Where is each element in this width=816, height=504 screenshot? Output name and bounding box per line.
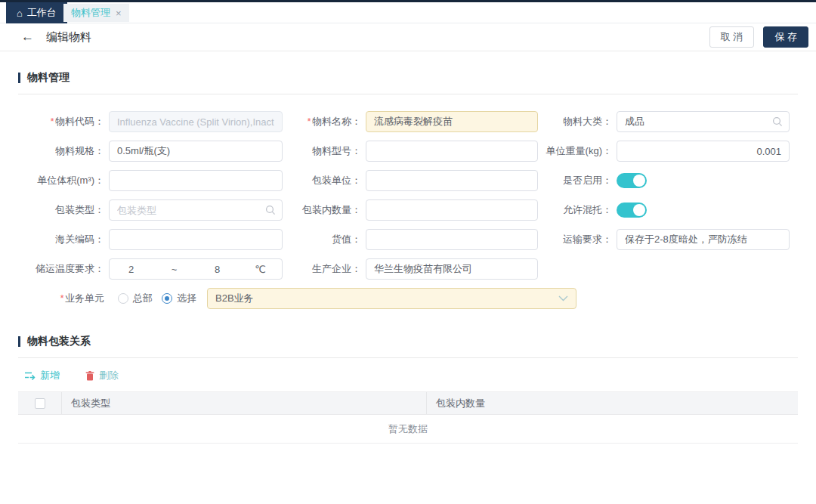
manufacturer-input[interactable] <box>366 258 538 280</box>
page-title: 编辑物料 <box>46 30 91 45</box>
required-asterisk: * <box>307 116 311 127</box>
enabled-toggle[interactable] <box>617 173 647 188</box>
temp-max-value[interactable]: 8 <box>196 264 239 275</box>
temp-unit: ℃ <box>239 264 282 275</box>
customs-code-label: 海关编码： <box>18 233 109 246</box>
chevron-down-icon <box>558 295 568 301</box>
pack-qty-input[interactable] <box>366 199 538 221</box>
section-packaging-label: 物料包装关系 <box>27 335 91 348</box>
business-unit-label: *业务单元 <box>18 292 109 305</box>
col-pack-type: 包装类型 <box>62 397 426 410</box>
unit-volume-label: 单位体积(m³)： <box>18 174 109 187</box>
goods-value-input[interactable] <box>366 229 538 250</box>
required-asterisk: * <box>60 292 63 304</box>
material-category-input[interactable] <box>617 111 790 132</box>
search-icon[interactable] <box>772 116 783 127</box>
page-header: ← 编辑物料 取 消 保 存 <box>0 23 816 51</box>
radio-headquarters[interactable]: 总部 <box>118 292 153 305</box>
tab-material-label: 物料管理 <box>71 6 110 20</box>
customs-code-input[interactable] <box>109 229 283 250</box>
divider <box>18 94 798 94</box>
material-name-input[interactable] <box>366 111 538 132</box>
radio-select[interactable]: 选择 <box>162 292 196 305</box>
form-row-2: 物料规格： 物料型号： 单位重量(kg)： <box>18 141 798 162</box>
form-row-1: *物料代码： *物料名称： 物料大类： <box>18 111 798 132</box>
material-spec-input[interactable] <box>109 141 283 162</box>
business-unit-value: B2B业务 <box>215 292 254 305</box>
allow-mix-label: 允许混托： <box>538 203 617 217</box>
material-category-label: 物料大类： <box>538 115 617 128</box>
tab-material-management[interactable]: 物料管理 × <box>63 4 129 22</box>
trash-icon <box>85 371 94 381</box>
add-row-label: 新增 <box>40 369 60 382</box>
search-icon[interactable] <box>265 205 276 215</box>
unit-weight-input[interactable] <box>617 141 790 162</box>
pack-type-label: 包装类型： <box>18 203 109 217</box>
form-row-4: 包装类型： 包装内数量： 允许混托： <box>18 199 798 221</box>
section-packaging-title: 物料包装关系 <box>18 335 798 348</box>
material-model-input[interactable] <box>366 141 538 162</box>
col-pack-qty: 包装内数量 <box>426 392 798 414</box>
section-material-label: 物料管理 <box>27 71 70 85</box>
table-empty-state: 暂无数据 <box>18 415 798 444</box>
tab-bar: ⌂ 工作台 物料管理 × <box>0 0 816 23</box>
manufacturer-label: 生产企业： <box>283 262 366 276</box>
packaging-table: 包装类型 包装内数量 暂无数据 <box>18 391 798 444</box>
close-icon[interactable]: × <box>116 8 122 19</box>
divider <box>18 357 798 358</box>
table-toolbar: 新增 删除 <box>18 369 798 382</box>
home-icon: ⌂ <box>17 8 23 18</box>
select-all-cell <box>18 392 62 414</box>
delete-row-label: 删除 <box>99 369 119 382</box>
pack-unit-label: 包装单位： <box>283 174 366 187</box>
tab-workbench[interactable]: ⌂ 工作台 <box>6 2 67 23</box>
cancel-button[interactable]: 取 消 <box>709 26 755 48</box>
material-model-label: 物料型号： <box>283 144 366 158</box>
form-row-7: *业务单元 总部 选择 B2B业务 <box>18 288 798 309</box>
form-row-6: 储运温度要求： 2 ~ 8 ℃ 生产企业： <box>18 258 798 280</box>
form-row-5: 海关编码： 货值： 运输要求： <box>18 229 798 250</box>
pack-qty-label: 包装内数量： <box>283 203 366 217</box>
material-form: *物料代码： *物料名称： 物料大类： 物料规格： 物料型号： 单位重量(kg)… <box>18 111 798 309</box>
material-code-input[interactable] <box>109 111 283 132</box>
form-row-3: 单位体积(m³)： 包装单位： 是否启用： <box>18 170 798 191</box>
material-name-label: *物料名称： <box>283 115 366 128</box>
temp-min-value[interactable]: 2 <box>110 264 153 275</box>
section-bar <box>18 73 20 83</box>
back-arrow-icon[interactable]: ← <box>21 29 34 45</box>
pack-type-input[interactable] <box>109 199 283 221</box>
goods-value-label: 货值： <box>283 233 366 246</box>
add-row-button[interactable]: 新增 <box>24 369 60 382</box>
temp-separator: ~ <box>153 264 196 275</box>
delete-row-button[interactable]: 删除 <box>85 369 119 382</box>
enabled-label: 是否启用： <box>538 174 617 187</box>
material-spec-label: 物料规格： <box>18 144 109 158</box>
tab-workbench-label: 工作台 <box>27 6 57 20</box>
required-asterisk: * <box>50 116 54 127</box>
section-material-title: 物料管理 <box>18 71 798 85</box>
section-bar <box>18 336 20 347</box>
radio-headquarters-label: 总部 <box>133 292 153 305</box>
unit-volume-input[interactable] <box>109 170 283 191</box>
transport-req-label: 运输要求： <box>538 233 617 246</box>
temp-req-label: 储运温度要求： <box>18 262 109 276</box>
unit-weight-label: 单位重量(kg)： <box>538 144 617 158</box>
table-header: 包装类型 包装内数量 <box>18 392 798 415</box>
allow-mix-toggle[interactable] <box>617 203 647 218</box>
material-code-label: *物料代码： <box>18 115 109 128</box>
pack-unit-input[interactable] <box>366 170 538 191</box>
transport-req-input[interactable] <box>617 229 790 250</box>
business-unit-select[interactable]: B2B业务 <box>207 288 576 309</box>
radio-select-label: 选择 <box>177 292 196 305</box>
select-all-checkbox[interactable] <box>35 398 45 409</box>
save-button[interactable]: 保 存 <box>763 26 808 48</box>
radio-circle <box>118 293 128 304</box>
add-list-icon <box>24 371 36 380</box>
radio-circle <box>162 293 172 304</box>
temp-range-input[interactable]: 2 ~ 8 ℃ <box>109 258 283 280</box>
